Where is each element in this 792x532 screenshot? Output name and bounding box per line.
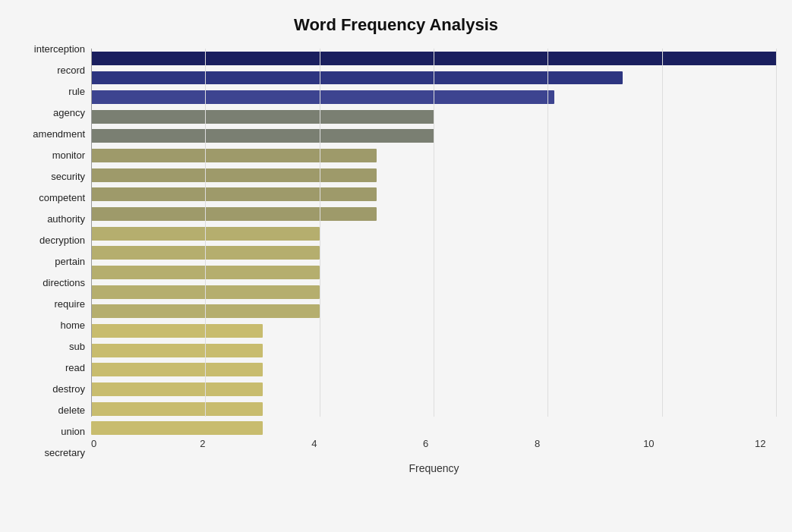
y-label: competent [15, 197, 91, 198]
y-label: interception [15, 49, 91, 49]
bar [91, 129, 434, 143]
bar-row [91, 341, 777, 360]
x-tick: 6 [423, 438, 428, 449]
y-label: authority [15, 219, 91, 219]
x-axis: 024681012 [91, 438, 777, 459]
bar [91, 285, 320, 299]
y-label: destroy [15, 389, 91, 389]
bar-row [91, 49, 777, 68]
bar [91, 382, 263, 396]
y-label: union [15, 431, 91, 432]
bar-row [91, 360, 777, 380]
bar-row [91, 282, 777, 302]
x-tick: 0 [91, 438, 96, 449]
bar-row [91, 185, 777, 205]
bar-row [91, 263, 777, 282]
chart-container: Word Frequency Analysis interceptionreco… [0, 0, 792, 532]
y-label: delete [15, 410, 91, 411]
bar [91, 421, 263, 435]
bar [91, 266, 320, 279]
bar-row [91, 127, 777, 146]
x-tick: 10 [643, 438, 654, 449]
bar-row [91, 146, 777, 165]
bar-row [91, 204, 777, 224]
y-label: monitor [15, 155, 91, 156]
x-tick: 4 [311, 438, 317, 449]
bar-row [91, 321, 777, 341]
chart-area: interceptionrecordruleagencyamendmentmon… [15, 49, 777, 474]
bar-row [91, 107, 777, 127]
y-label: home [15, 325, 91, 326]
bar [91, 363, 263, 376]
bar-row [91, 244, 777, 263]
bar-row [91, 399, 777, 419]
bar [91, 187, 377, 201]
y-label: secretary [15, 452, 91, 453]
y-label: agency [15, 112, 91, 113]
plot-area: 024681012 Frequency [91, 49, 777, 474]
y-label: rule [15, 91, 91, 92]
y-label: record [15, 70, 91, 71]
y-labels: interceptionrecordruleagencyamendmentmon… [15, 49, 91, 474]
bar [91, 344, 263, 357]
y-label: read [15, 367, 91, 368]
bar-row [91, 224, 777, 244]
chart-title: Word Frequency Analysis [15, 15, 777, 35]
bars-wrapper [91, 49, 777, 438]
y-label: amendment [15, 134, 91, 134]
x-tick: 8 [535, 438, 540, 449]
bar [91, 304, 320, 318]
bar [91, 52, 777, 65]
y-label: sub [15, 346, 91, 347]
bar [91, 110, 434, 124]
bar-row [91, 165, 777, 185]
y-label: security [15, 176, 91, 177]
y-label: pertain [15, 261, 91, 262]
bar [91, 324, 263, 338]
x-axis-label: Frequency [91, 462, 777, 474]
bar [91, 149, 377, 162]
bar [91, 246, 320, 260]
bar [91, 90, 554, 104]
bar [91, 168, 377, 182]
x-tick: 2 [200, 438, 205, 449]
bar [91, 207, 377, 221]
bar-row [91, 87, 777, 107]
bar [91, 71, 623, 85]
y-label: decryption [15, 240, 91, 241]
bar-row [91, 379, 777, 399]
bar [91, 227, 320, 241]
bar-row [91, 418, 777, 438]
x-tick: 12 [755, 438, 765, 449]
bar [91, 402, 263, 416]
y-label: directions [15, 282, 91, 283]
y-label: require [15, 304, 91, 304]
bar-row [91, 68, 777, 88]
bar-row [91, 302, 777, 322]
